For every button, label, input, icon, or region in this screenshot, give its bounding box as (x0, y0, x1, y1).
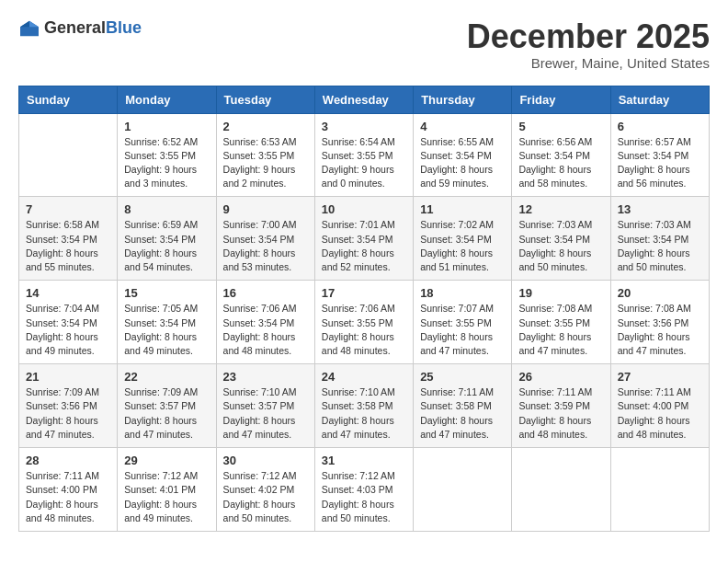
day-number: 15 (124, 286, 209, 300)
day-number: 13 (618, 202, 702, 216)
calendar-cell: 9Sunrise: 7:00 AM Sunset: 3:54 PM Daylig… (216, 197, 314, 281)
logo-text: General Blue (44, 18, 142, 38)
svg-marker-1 (29, 20, 39, 27)
day-number: 3 (322, 120, 406, 133)
day-header-sunday: Sunday (19, 86, 118, 113)
calendar-cell: 6Sunrise: 6:57 AM Sunset: 3:54 PM Daylig… (610, 113, 709, 197)
day-number: 28 (26, 454, 110, 467)
day-header-friday: Friday (512, 86, 610, 113)
day-info: Sunrise: 7:06 AM Sunset: 3:55 PM Dayligh… (322, 302, 406, 358)
day-info: Sunrise: 7:01 AM Sunset: 3:54 PM Dayligh… (322, 218, 406, 274)
calendar-cell: 14Sunrise: 7:04 AM Sunset: 3:54 PM Dayli… (19, 281, 118, 364)
day-info: Sunrise: 7:12 AM Sunset: 4:01 PM Dayligh… (124, 469, 209, 525)
day-number: 26 (518, 370, 603, 384)
calendar-cell: 11Sunrise: 7:02 AM Sunset: 3:54 PM Dayli… (414, 197, 512, 281)
calendar-cell (414, 448, 512, 532)
calendar-cell: 1Sunrise: 6:52 AM Sunset: 3:55 PM Daylig… (118, 113, 216, 197)
day-info: Sunrise: 6:53 AM Sunset: 3:55 PM Dayligh… (223, 135, 308, 191)
calendar-cell: 10Sunrise: 7:01 AM Sunset: 3:54 PM Dayli… (314, 197, 413, 281)
day-number: 29 (124, 454, 209, 467)
calendar-table: SundayMondayTuesdayWednesdayThursdayFrid… (18, 86, 710, 532)
day-number: 4 (420, 120, 505, 133)
calendar-cell: 18Sunrise: 7:07 AM Sunset: 3:55 PM Dayli… (414, 281, 512, 364)
calendar-header-row: SundayMondayTuesdayWednesdayThursdayFrid… (19, 86, 710, 113)
day-info: Sunrise: 7:11 AM Sunset: 3:58 PM Dayligh… (420, 385, 505, 442)
day-header-thursday: Thursday (414, 86, 512, 113)
day-number: 5 (518, 120, 603, 133)
calendar-cell: 30Sunrise: 7:12 AM Sunset: 4:02 PM Dayli… (216, 448, 314, 532)
calendar-cell: 21Sunrise: 7:09 AM Sunset: 3:56 PM Dayli… (19, 364, 118, 448)
calendar-cell: 16Sunrise: 7:06 AM Sunset: 3:54 PM Dayli… (216, 281, 314, 364)
calendar-week-5: 28Sunrise: 7:11 AM Sunset: 4:00 PM Dayli… (19, 448, 710, 532)
calendar-cell: 25Sunrise: 7:11 AM Sunset: 3:58 PM Dayli… (414, 364, 512, 448)
day-info: Sunrise: 7:04 AM Sunset: 3:54 PM Dayligh… (26, 302, 110, 358)
calendar-week-2: 7Sunrise: 6:58 AM Sunset: 3:54 PM Daylig… (19, 197, 710, 281)
day-info: Sunrise: 7:06 AM Sunset: 3:54 PM Dayligh… (223, 302, 308, 358)
logo-icon (18, 19, 40, 38)
day-header-tuesday: Tuesday (216, 86, 314, 113)
logo-blue: Blue (106, 18, 142, 38)
day-number: 20 (618, 286, 702, 300)
day-header-saturday: Saturday (610, 86, 709, 113)
calendar-cell (610, 448, 709, 532)
day-info: Sunrise: 6:56 AM Sunset: 3:54 PM Dayligh… (518, 135, 603, 191)
day-info: Sunrise: 7:10 AM Sunset: 3:58 PM Dayligh… (322, 385, 406, 442)
day-info: Sunrise: 6:55 AM Sunset: 3:54 PM Dayligh… (420, 135, 505, 191)
calendar-cell (512, 448, 610, 532)
day-info: Sunrise: 7:05 AM Sunset: 3:54 PM Dayligh… (124, 302, 209, 358)
calendar-cell: 19Sunrise: 7:08 AM Sunset: 3:55 PM Dayli… (512, 281, 610, 364)
day-info: Sunrise: 7:11 AM Sunset: 3:59 PM Dayligh… (518, 385, 603, 442)
calendar-cell (19, 113, 118, 197)
calendar-cell: 26Sunrise: 7:11 AM Sunset: 3:59 PM Dayli… (512, 364, 610, 448)
day-info: Sunrise: 7:03 AM Sunset: 3:54 PM Dayligh… (518, 218, 603, 274)
calendar-cell: 31Sunrise: 7:12 AM Sunset: 4:03 PM Dayli… (314, 448, 413, 532)
calendar-cell: 2Sunrise: 6:53 AM Sunset: 3:55 PM Daylig… (216, 113, 314, 197)
calendar-cell: 3Sunrise: 6:54 AM Sunset: 3:55 PM Daylig… (314, 113, 413, 197)
location-subtitle: Brewer, Maine, United States (467, 55, 710, 71)
day-number: 24 (322, 370, 406, 384)
day-info: Sunrise: 7:00 AM Sunset: 3:54 PM Dayligh… (223, 218, 308, 274)
day-info: Sunrise: 6:59 AM Sunset: 3:54 PM Dayligh… (124, 218, 209, 274)
day-number: 30 (223, 454, 308, 467)
day-number: 27 (618, 370, 702, 384)
day-info: Sunrise: 7:09 AM Sunset: 3:57 PM Dayligh… (124, 385, 209, 442)
day-number: 11 (420, 202, 505, 216)
day-number: 17 (322, 286, 406, 300)
day-number: 22 (124, 370, 209, 384)
calendar-week-3: 14Sunrise: 7:04 AM Sunset: 3:54 PM Dayli… (19, 281, 710, 364)
day-number: 16 (223, 286, 308, 300)
calendar-cell: 24Sunrise: 7:10 AM Sunset: 3:58 PM Dayli… (314, 364, 413, 448)
calendar-cell: 29Sunrise: 7:12 AM Sunset: 4:01 PM Dayli… (118, 448, 216, 532)
calendar-week-1: 1Sunrise: 6:52 AM Sunset: 3:55 PM Daylig… (19, 113, 710, 197)
day-info: Sunrise: 6:57 AM Sunset: 3:54 PM Dayligh… (618, 135, 702, 191)
day-number: 18 (420, 286, 505, 300)
day-info: Sunrise: 7:03 AM Sunset: 3:54 PM Dayligh… (618, 218, 702, 274)
day-header-monday: Monday (118, 86, 216, 113)
day-number: 25 (420, 370, 505, 384)
day-info: Sunrise: 7:09 AM Sunset: 3:56 PM Dayligh… (26, 385, 110, 442)
logo-general: General (44, 18, 106, 38)
day-info: Sunrise: 7:08 AM Sunset: 3:55 PM Dayligh… (518, 302, 603, 358)
day-number: 14 (26, 286, 110, 300)
day-info: Sunrise: 7:02 AM Sunset: 3:54 PM Dayligh… (420, 218, 505, 274)
day-number: 9 (223, 202, 308, 216)
day-number: 6 (618, 120, 702, 133)
day-number: 21 (26, 370, 110, 384)
calendar-cell: 15Sunrise: 7:05 AM Sunset: 3:54 PM Dayli… (118, 281, 216, 364)
day-number: 31 (322, 454, 406, 467)
day-info: Sunrise: 6:54 AM Sunset: 3:55 PM Dayligh… (322, 135, 406, 191)
day-info: Sunrise: 7:10 AM Sunset: 3:57 PM Dayligh… (223, 385, 308, 442)
calendar-cell: 13Sunrise: 7:03 AM Sunset: 3:54 PM Dayli… (610, 197, 709, 281)
calendar-cell: 23Sunrise: 7:10 AM Sunset: 3:57 PM Dayli… (216, 364, 314, 448)
day-number: 19 (518, 286, 603, 300)
calendar-cell: 22Sunrise: 7:09 AM Sunset: 3:57 PM Dayli… (118, 364, 216, 448)
svg-marker-2 (20, 20, 29, 27)
day-info: Sunrise: 7:08 AM Sunset: 3:56 PM Dayligh… (618, 302, 702, 358)
day-number: 10 (322, 202, 406, 216)
day-info: Sunrise: 7:11 AM Sunset: 4:00 PM Dayligh… (618, 385, 702, 442)
day-number: 23 (223, 370, 308, 384)
day-info: Sunrise: 7:12 AM Sunset: 4:03 PM Dayligh… (322, 469, 406, 525)
logo: General Blue (18, 18, 142, 38)
day-number: 8 (124, 202, 209, 216)
day-info: Sunrise: 6:58 AM Sunset: 3:54 PM Dayligh… (26, 218, 110, 274)
